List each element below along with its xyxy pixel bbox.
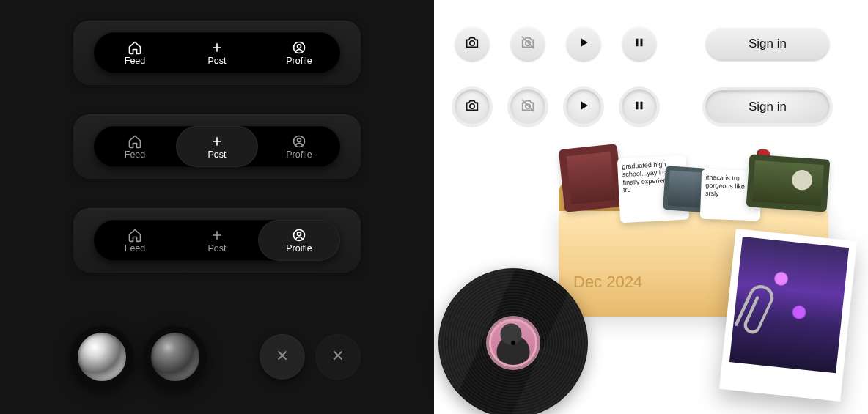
plus-icon [210,40,224,55]
signin-label: Sign in [749,37,787,51]
close-icon [274,347,290,366]
tab-label: Profile [286,56,312,66]
polaroid-image [729,237,849,373]
camera-icon [464,97,480,117]
svg-point-1 [298,45,301,48]
tab-profile[interactable]: Profile [258,32,340,73]
close-button-row [260,334,361,380]
tab-label: Feed [125,56,146,66]
user-circle-icon [292,134,306,149]
tab-post[interactable]: Post [176,220,258,261]
photo-thumbnail [559,144,624,212]
svg-point-3 [298,138,301,142]
svg-rect-13 [641,102,643,110]
svg-point-5 [298,232,301,236]
tab-profile[interactable]: Profile [258,126,340,167]
camera-button[interactable] [455,26,490,62]
light-button-row-2: Sign in [455,89,830,125]
tab-profile[interactable]: Proifle [258,220,340,261]
svg-point-10 [470,104,474,108]
play-button[interactable] [566,26,601,62]
signin-button[interactable]: Sign in [705,90,830,124]
photo-thumbnail [746,154,831,212]
tab-label: Proifle [286,244,312,254]
pause-icon [633,36,646,52]
vinyl-label [486,316,540,370]
pause-icon [633,99,646,115]
home-icon [128,134,142,149]
camera-off-icon [520,97,536,117]
close-icon [330,347,346,366]
dark-ui-kit-panel: Feed Post Profile [0,0,434,414]
user-circle-icon [292,40,306,55]
tabbar-variant-3: Feed Post Proifle [73,208,361,273]
tab-post[interactable]: Post [176,32,258,73]
home-icon [128,40,142,55]
knob-chrome[interactable] [70,325,133,388]
home-icon [128,228,142,243]
tab-label: Profile [286,150,312,160]
pause-button[interactable] [622,26,657,62]
play-button[interactable] [566,89,601,125]
knob-steel[interactable] [144,325,207,388]
tabbar: Feed Post Proifle [94,220,340,261]
tab-label: Feed [125,244,146,254]
tabbar-variant-2: Feed Post Profile [73,114,361,179]
camera-icon [464,34,480,53]
pause-button[interactable] [622,89,657,125]
folder-label: Dec 2024 [573,273,642,292]
tabbar: Feed Post Profile [94,126,340,167]
tab-label: Post [207,244,226,254]
vinyl-record[interactable] [438,268,588,414]
tab-label: Post [207,56,226,66]
svg-rect-12 [636,102,639,110]
tab-feed[interactable]: Feed [94,220,176,261]
tab-feed[interactable]: Feed [94,32,176,73]
light-ui-kit-panel: Sign in [434,0,868,414]
signin-button[interactable]: Sign in [705,27,830,61]
svg-rect-8 [636,39,639,47]
camera-button[interactable] [455,89,490,125]
light-button-row-1: Sign in [455,26,830,62]
signin-label: Sign in [749,100,787,114]
user-circle-icon [292,228,306,243]
svg-point-6 [470,41,474,45]
tabbar: Feed Post Profile [94,32,340,73]
plus-icon [210,228,224,243]
knob-row [70,325,207,388]
knob-face [151,333,199,381]
play-icon [576,35,591,53]
tab-feed[interactable]: Feed [94,126,176,167]
tabbar-variant-1: Feed Post Profile [73,21,361,85]
tab-post[interactable]: Post [176,126,258,167]
camera-off-button[interactable] [510,26,545,62]
close-button-flat[interactable] [315,334,361,380]
album-art [491,321,535,365]
vinyl-spindle-hole [511,341,515,345]
close-button-raised[interactable] [260,334,305,380]
tab-label: Post [207,150,226,160]
knob-face [78,333,126,381]
camera-off-button[interactable] [510,89,545,125]
polaroid-photo[interactable] [719,229,857,402]
svg-rect-9 [641,39,643,47]
camera-off-icon [520,34,536,53]
plus-icon [210,134,224,149]
play-icon [576,98,591,116]
tab-label: Feed [125,150,146,160]
